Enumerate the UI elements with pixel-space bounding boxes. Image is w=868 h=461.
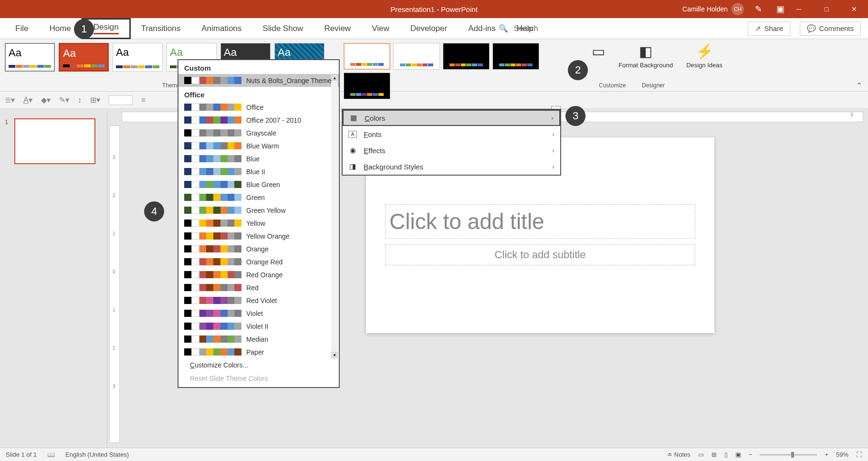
tab-animations[interactable]: Animations [191,18,252,39]
background-icon: ◨ [348,162,357,171]
normal-view-icon[interactable]: ▭ [698,451,704,458]
tab-file[interactable]: File [5,18,39,39]
ruler-tick: 0 [113,269,115,274]
tab-transitions[interactable]: Transitions [131,18,191,39]
color-scheme-item[interactable]: Office [178,101,339,114]
tab-developer[interactable]: Developer [400,18,458,39]
maximize-button[interactable]: □ [813,0,840,18]
color-scheme-item[interactable]: Orange Red [178,255,339,268]
color-scheme-item[interactable]: Violet II [178,320,339,333]
theme-thumb[interactable]: Aa [5,43,55,72]
tab-slide-show[interactable]: Slide Show [252,18,314,39]
slideshow-view-icon[interactable]: ▣ [735,451,741,458]
color-scheme-item[interactable]: Blue II [178,165,339,178]
comments-button[interactable]: 💬Comments [800,21,861,36]
color-scheme-item[interactable]: Violet [178,307,339,320]
collapse-ribbon-button[interactable]: ⌃ [856,81,862,90]
menu-item-label: Background Styles [364,163,423,171]
tab-view[interactable]: View [361,18,400,39]
zoom-percent[interactable]: 59% [836,451,848,458]
align-icon[interactable]: ≣▾ [5,95,15,105]
slide-size-button[interactable]: ▭ [592,43,605,60]
pen-icon[interactable]: ✎ [755,4,762,14]
status-bar: Slide 1 of 1 📖 English (United States) ≐… [0,448,868,461]
color-scheme-item[interactable]: Nuts & Bolts_Orange Theme [178,74,339,87]
menu-item-colors[interactable]: ▦ Colors › [343,110,560,126]
scroll-down-icon[interactable]: ▾ [331,352,338,358]
flyout-header-custom: Custom [178,60,339,74]
subtitle-placeholder[interactable]: Click to add subtitle [385,244,695,265]
variant-thumb[interactable] [344,43,390,70]
ruler-tick: 3 [113,155,115,160]
close-button[interactable]: ✕ [840,0,868,18]
scroll-up-icon[interactable]: ▴ [331,74,338,81]
colors-icon: ▦ [349,114,358,122]
ribbon-content: Aa Aa Aa Aa Aa Aa Theme ▾ ▭ ◧Format Back… [0,39,868,92]
variant-thumb[interactable] [344,73,390,99]
user-area[interactable]: Camille Holden CH [682,3,744,15]
chevron-right-icon: › [551,114,554,122]
color-scheme-item[interactable]: Green Yellow [178,204,339,217]
flyout-scrollbar[interactable]: ▴ ▾ [331,74,338,358]
fit-to-window-icon[interactable]: ⛶ [856,451,862,458]
notes-button[interactable]: ≐ Notes [667,451,690,458]
color-scheme-item[interactable]: Grayscale [178,126,339,139]
color-scheme-label: Blue [246,155,260,163]
color-scheme-item[interactable]: Blue Warm [178,139,339,152]
titlebar-tools: ✎ ▣ [755,4,784,14]
fill-color-icon[interactable]: ◆▾ [41,95,51,105]
color-scheme-item[interactable]: Paper [178,346,339,358]
share-button[interactable]: ↗Share [748,21,790,36]
color-scheme-item[interactable]: Median [178,333,339,346]
reading-view-icon[interactable]: ▯ [724,451,728,458]
design-ideas-button[interactable]: ⚡Design Ideas [686,43,722,69]
color-scheme-item[interactable]: Red [178,281,339,294]
user-avatar[interactable]: CH [732,3,744,15]
variant-thumb[interactable] [443,43,490,70]
effects-icon: ◉ [348,146,357,155]
color-scheme-label: Yellow [246,220,265,227]
zoom-out-button[interactable]: − [749,451,753,458]
theme-thumb[interactable]: Aa [59,43,109,72]
outline-icon[interactable]: ✎▾ [59,95,69,105]
search-area[interactable]: 🔍 Search [499,24,538,33]
theme-thumb[interactable]: Aa [113,43,163,72]
variant-thumb[interactable] [393,43,440,70]
menu-item-effects[interactable]: ◉ Effects › [343,142,560,158]
format-bg-icon: ◧ [639,43,652,60]
style-box[interactable] [109,95,133,105]
list-icon[interactable]: ≡ [141,96,146,105]
color-scheme-item[interactable]: Yellow [178,217,339,230]
title-placeholder[interactable]: Click to add title [385,204,695,239]
color-scheme-item[interactable]: Red Violet [178,294,339,307]
color-scheme-item[interactable]: Green [178,191,339,204]
sort-icon[interactable]: ↕ [78,96,82,105]
minimize-button[interactable]: ─ [785,0,813,18]
arrange-icon[interactable]: ⊞▾ [90,95,100,105]
display-mode-icon[interactable]: ▣ [776,4,784,14]
menu-item-background-styles[interactable]: ◨ Background Styles › [343,158,560,175]
zoom-slider[interactable] [760,454,817,456]
color-scheme-item[interactable]: Orange [178,242,339,255]
color-scheme-item[interactable]: Office 2007 - 2010 [178,114,339,126]
color-scheme-item[interactable]: Red Orange [178,268,339,281]
tab-review[interactable]: Review [314,18,361,39]
search-icon: 🔍 [499,24,508,33]
callout-4: 4 [144,201,164,221]
color-scheme-item[interactable]: Blue Green [178,178,339,191]
language-label[interactable]: English (United States) [65,451,129,458]
variant-thumb[interactable] [492,43,539,70]
font-color-icon[interactable]: A▾ [23,95,32,105]
spell-check-icon[interactable]: 📖 [47,451,55,458]
color-scheme-label: Violet II [246,323,268,330]
color-scheme-item[interactable]: Yellow Orange [178,230,339,242]
sorter-view-icon[interactable]: ⊞ [711,451,717,458]
zoom-in-button[interactable]: + [825,451,828,458]
format-background-button[interactable]: ◧Format Background [618,43,673,69]
customize-colors-button[interactable]: Customize Colors... [178,358,339,372]
ruler-tick: 2 [113,346,115,351]
slide-size-icon: ▭ [592,43,605,60]
color-scheme-item[interactable]: Blue [178,152,339,165]
slide-thumbnail[interactable] [14,118,95,164]
menu-item-fonts[interactable]: A Fonts › [343,126,560,142]
